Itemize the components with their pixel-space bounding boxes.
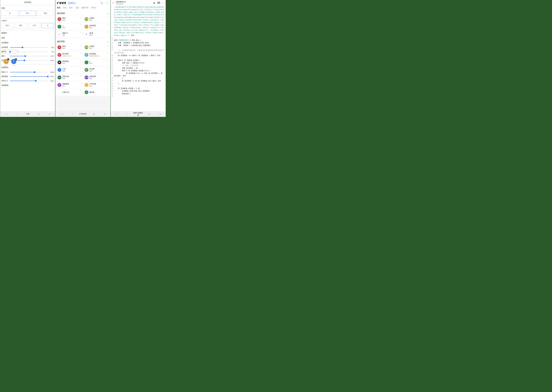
line-number: 33 xyxy=(111,95,114,97)
card-more-icon[interactable]: ⋮ xyxy=(80,60,82,62)
nav-label[interactable]: 扩展管理 xyxy=(77,113,88,115)
extension-card[interactable]: ⬢网页脚本插件⋮ xyxy=(56,59,83,66)
line-number: 25 xyxy=(111,72,114,77)
extension-card[interactable]: ◐腐剧TV轻站⋮ xyxy=(56,31,83,37)
bottom-nav: ⌂1 〈 编辑 视频嗅探 ⬠ ≡ xyxy=(111,111,166,117)
fav-item[interactable]: 书×书签 xyxy=(4,59,9,67)
extension-card[interactable]: 资源资源采集轻站⋮ xyxy=(83,74,110,81)
card-more-icon[interactable]: ⋮ xyxy=(80,32,82,34)
save-icon[interactable]: 💾 xyxy=(157,2,160,4)
nav-home-icon[interactable]: ⌂1 xyxy=(111,113,122,115)
nav-tabs-icon[interactable]: ⬠ xyxy=(144,113,155,115)
line-number: 18 xyxy=(111,54,114,57)
line-number: 24 xyxy=(111,70,114,72)
extension-card[interactable]: 奇奇优影院轻站⋮ xyxy=(83,23,110,30)
nav-menu-icon[interactable]: ≡ xyxy=(99,113,110,115)
nav-home-icon[interactable]: ⌂1 xyxy=(0,113,11,115)
line-number: 21 xyxy=(111,62,114,64)
extension-card[interactable]: 头像头像库轻站⋮ xyxy=(83,44,110,50)
code-editor[interactable]: .(m3u8|mp4|flv|f4v|mkv|rmvb|avi|wmv|3gp|… xyxy=(111,6,166,112)
extension-card[interactable]: 测测试轻站⋮ xyxy=(56,16,83,22)
nav-menu-icon[interactable]: ≡ xyxy=(155,113,166,115)
search-icon[interactable]: 🔍 xyxy=(100,1,104,5)
bg-option[interactable]: 底色 xyxy=(37,11,54,16)
card-more-icon[interactable]: ⋮ xyxy=(80,16,82,19)
slider-row[interactable]: 图标大小45dp xyxy=(1,70,54,74)
nav-label[interactable]: 主页 xyxy=(22,113,33,115)
chevron-down-icon: ⌄ xyxy=(107,41,109,43)
nav-menu-icon[interactable]: ≡ xyxy=(44,113,55,115)
line-number: 31 xyxy=(111,90,114,92)
card-more-icon[interactable]: ⋮ xyxy=(107,60,109,62)
slider-row[interactable]: 图标圆角110% xyxy=(1,74,54,79)
extension-card[interactable]: ◓APP影视轻站⋮ xyxy=(83,82,110,88)
more-icon[interactable]: ⋯ xyxy=(105,1,109,5)
nav-label[interactable]: 编辑 视频嗅探 xyxy=(133,112,144,116)
nav-back-icon[interactable]: 〈 xyxy=(122,113,133,115)
extension-card[interactable]: 11轻站⋮ xyxy=(56,23,83,30)
nav-tabs-icon[interactable]: ⬠ xyxy=(33,113,44,115)
card-more-icon[interactable]: ⋮ xyxy=(107,82,109,84)
card-more-icon[interactable]: ⋮ xyxy=(107,90,109,92)
extension-card[interactable]: 阿里阿里云盘轻站⋮ xyxy=(56,74,83,81)
line-number: 28 xyxy=(111,82,114,85)
group-recent-used[interactable]: 最近使用⌄ xyxy=(55,10,110,16)
extension-card[interactable]: 奇奇优电影未设定扩展入口⋮ xyxy=(83,52,110,58)
card-more-icon[interactable]: ⋮ xyxy=(80,52,82,54)
nav-back-icon[interactable]: 〈 xyxy=(66,113,77,115)
menu-icon[interactable]: ≡ xyxy=(112,2,115,4)
card-more-icon[interactable]: ⋮ xyxy=(80,75,82,77)
name-color-link[interactable]: 名称颜色 xyxy=(1,83,54,88)
group-recent-installed[interactable]: 最近安装⌄ xyxy=(55,39,110,44)
card-more-icon[interactable]: ⋮ xyxy=(107,75,109,77)
line-number: 23 xyxy=(111,67,114,70)
extension-card[interactable]: 视视频嗅探插件⋮ xyxy=(56,82,83,88)
extension-card[interactable]: 新新式单栏主题 当前主题⋮ xyxy=(56,52,83,58)
slider-row[interactable]: 名称大小16sp xyxy=(1,79,54,83)
slider-row[interactable]: 圆角40% xyxy=(1,54,54,58)
bg-option[interactable]: 图片 xyxy=(19,11,36,16)
card-more-icon[interactable]: ⋮ xyxy=(80,45,82,47)
overflow-icon[interactable]: ⋮ xyxy=(162,2,165,4)
bottom-nav: ⌂1 〈 主页 ⬠ ≡ xyxy=(0,111,55,117)
line-number: 17 xyxy=(111,49,114,54)
chevron-down-icon: ⌄ xyxy=(107,12,109,14)
extension-card[interactable]: 头像头像库轻站⋮ xyxy=(83,16,110,22)
tab[interactable]: 轻站 xyxy=(63,7,67,9)
tab[interactable]: 首页 xyxy=(57,7,61,9)
sort-chip[interactable]: 时间倒序 ≡ xyxy=(67,2,76,5)
card-more-icon[interactable]: ⋮ xyxy=(80,82,82,84)
card-more-icon[interactable]: ⋮ xyxy=(107,32,109,34)
line-number: 26 xyxy=(111,77,114,80)
line-number: 27 xyxy=(111,80,114,82)
logo-option[interactable]: 无 xyxy=(41,23,54,28)
card-more-icon[interactable]: ⋮ xyxy=(107,67,109,69)
card-more-icon[interactable]: ⋮ xyxy=(107,24,109,26)
extension-card[interactable]: ◉i影视轻站⋮ xyxy=(83,31,110,37)
tab[interactable]: 插件 xyxy=(69,7,73,9)
nav-back-icon[interactable]: 〈 xyxy=(11,113,22,115)
extension-card[interactable]: 轻轻豆瓣轻站⋮ xyxy=(83,67,110,73)
extension-card[interactable]: 测测试轻站⋮ xyxy=(56,44,83,50)
nav-home-icon[interactable]: ⌂1 xyxy=(55,113,66,115)
tab[interactable]: 开发中 xyxy=(91,7,97,9)
extension-card[interactable]: 11轻站⋮ xyxy=(83,59,110,66)
line-number: 19 xyxy=(111,57,114,59)
extension-card[interactable]: 小小说轻站⋮ xyxy=(56,67,83,73)
card-more-icon[interactable]: ⋮ xyxy=(80,90,82,92)
card-more-icon[interactable]: ⋮ xyxy=(107,16,109,19)
card-more-icon[interactable]: ⋮ xyxy=(80,24,82,26)
run-icon[interactable]: ▶ xyxy=(153,2,156,4)
tab[interactable]: 主题 xyxy=(75,7,79,9)
logo-option[interactable]: 文字 xyxy=(28,23,41,28)
extension-card[interactable]: ●数据卷⋮ xyxy=(83,89,110,95)
card-more-icon[interactable]: ⋮ xyxy=(107,52,109,54)
extension-card[interactable]: ..九桃小说⋮ xyxy=(56,89,83,95)
card-more-icon[interactable]: ⋮ xyxy=(107,45,109,47)
file-subtitle: 媒体嗅探.e3 xyxy=(116,3,152,5)
file-title: 媒体嗅探.e3 xyxy=(116,1,152,3)
card-more-icon[interactable]: ⋮ xyxy=(80,67,82,69)
nav-tabs-icon[interactable]: ⬠ xyxy=(88,113,99,115)
tab[interactable]: 搜索引擎 xyxy=(81,7,89,9)
line-number: 20 xyxy=(111,59,114,62)
